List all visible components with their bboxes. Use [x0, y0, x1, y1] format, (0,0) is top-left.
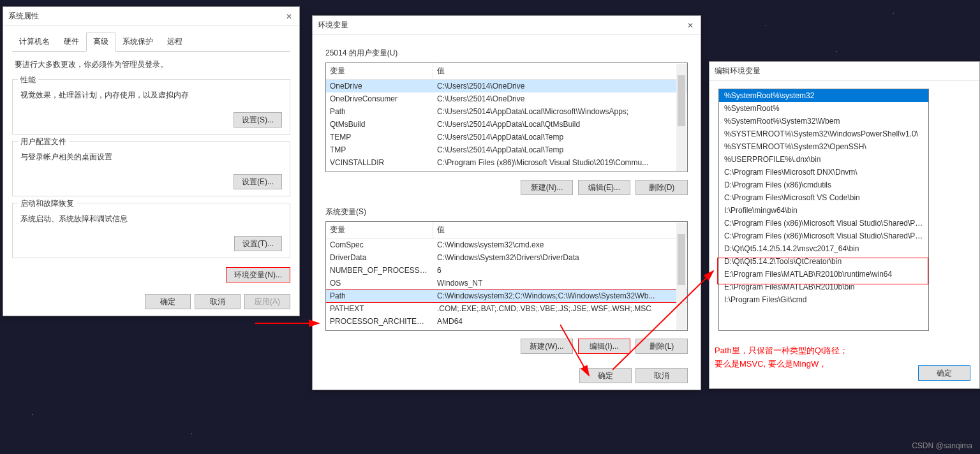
table-row[interactable]: ComSpecC:\Windows\system32\cmd.exe: [326, 238, 687, 251]
tab-computer-name[interactable]: 计算机名: [12, 33, 57, 51]
tab-hardware[interactable]: 硬件: [57, 33, 86, 51]
tab-system-protection[interactable]: 系统保护: [115, 33, 160, 51]
var-value: C:\Users\25014\AppData\Local\Temp: [433, 143, 687, 156]
scrollbar[interactable]: [676, 64, 687, 171]
var-name: OS: [326, 277, 433, 289]
list-item[interactable]: %SystemRoot%: [719, 102, 928, 115]
list-item[interactable]: %SystemRoot%\System32\Wbem: [719, 115, 928, 128]
table-row[interactable]: PATHEXT.COM;.EXE;.BAT;.CMD;.VBS;.VBE;.JS…: [326, 302, 687, 315]
var-name: PROCESSOR_ARCHITECT...: [326, 315, 433, 328]
table-row[interactable]: OSWindows_NT: [326, 277, 687, 289]
table-row[interactable]: TMPC:\Users\25014\AppData\Local\Temp: [326, 143, 687, 156]
var-name: Path: [326, 289, 433, 302]
apply-button[interactable]: 应用(A): [244, 294, 290, 309]
scrollbar[interactable]: [676, 223, 687, 330]
list-item[interactable]: I:\Profile\mingw64\bin: [719, 204, 928, 217]
cancel-button[interactable]: 取消: [195, 294, 241, 309]
table-row[interactable]: OneDriveConsumerC:\Users\25014\OneDrive: [326, 92, 687, 105]
user-profile-group: 用户配置文件 与登录帐户相关的桌面设置 设置(E)...: [12, 141, 290, 196]
var-value: 6: [433, 264, 687, 277]
list-item[interactable]: C:\Program Files (x86)\Microsoft Visual …: [719, 217, 928, 230]
edit-env-var-dialog: 编辑环境变量 %SystemRoot%\system32%SystemRoot%…: [709, 61, 980, 389]
table-row[interactable]: NUMBER_OF_PROCESSORS6: [326, 264, 687, 277]
table-row[interactable]: TEMPC:\Users\25014\AppData\Local\Temp: [326, 131, 687, 143]
col-header-var[interactable]: 变量: [326, 63, 433, 79]
dialog-title: 系统属性: [8, 11, 39, 22]
var-value: C:\Windows\system32\cmd.exe: [433, 238, 687, 251]
path-entries-list[interactable]: %SystemRoot%\system32%SystemRoot%%System…: [718, 89, 929, 331]
var-name: NUMBER_OF_PROCESSORS: [326, 264, 433, 277]
system-properties-dialog: 系统属性 计算机名 硬件 高级 系统保护 远程 要进行大多数更改，你必须作为管理…: [3, 6, 300, 316]
group-desc: 系统启动、系统故障和调试信息: [20, 214, 282, 224]
table-row[interactable]: QtMsBuildC:\Users\25014\AppData\Local\Qt…: [326, 118, 687, 131]
env-vars-button[interactable]: 环境变量(N)...: [226, 267, 290, 282]
list-item[interactable]: D:\Program Files (x86)\cmdutils: [719, 179, 928, 191]
list-item[interactable]: E:\Program Files\MATLAB\R2010b\bin: [719, 281, 928, 293]
table-row[interactable]: VCINSTALLDIRC:\Program Files (x86)\Micro…: [326, 156, 687, 169]
var-value: C:\Windows\System32\Drivers\DriverData: [433, 251, 687, 264]
dialog-title: 环境变量: [318, 20, 348, 31]
list-item[interactable]: %USERPROFILE%\.dnx\bin: [719, 153, 928, 166]
list-item[interactable]: C:\Program Files\Microsoft DNX\Dnvm\: [719, 166, 928, 179]
var-name: TMP: [326, 143, 433, 156]
group-title: 用户配置文件: [18, 136, 69, 147]
titlebar: 编辑环境变量: [709, 62, 979, 81]
group-title: 性能: [18, 75, 38, 85]
sys-vars-label: 系统变量(S): [325, 207, 688, 217]
list-item[interactable]: %SystemRoot%\system32: [719, 89, 928, 102]
var-value: C:\Users\25014\AppData\Local\Temp: [433, 131, 687, 143]
var-name: DriverData: [326, 251, 433, 264]
col-header-val[interactable]: 值: [433, 222, 687, 238]
list-item[interactable]: %SYSTEMROOT%\System32\WindowsPowerShell\…: [719, 128, 928, 140]
list-item[interactable]: I:\Program Files\Git\cmd: [719, 293, 928, 306]
col-header-var[interactable]: 变量: [326, 222, 433, 238]
close-icon[interactable]: [685, 20, 695, 31]
profile-settings-button[interactable]: 设置(E)...: [234, 174, 282, 189]
sys-vars-list[interactable]: 变量 值 ComSpecC:\Windows\system32\cmd.exeD…: [325, 221, 688, 331]
ok-button[interactable]: 确定: [579, 368, 632, 383]
table-row[interactable]: PathC:\Users\25014\AppData\Local\Microso…: [326, 105, 687, 118]
user-vars-list[interactable]: 变量 值 OneDriveC:\Users\25014\OneDriveOneD…: [325, 62, 688, 172]
list-item[interactable]: E:\Program Files\MATLAB\R2010b\runtime\w…: [719, 268, 928, 281]
ok-button[interactable]: 确定: [145, 294, 191, 309]
user-vars-label: 25014 的用户变量(U): [325, 48, 688, 59]
list-item[interactable]: C:\Program Files (x86)\Microsoft Visual …: [719, 230, 928, 242]
var-name: TEMP: [326, 131, 433, 143]
list-item[interactable]: D:\Qt\Qt5.14.2\Tools\QtCreator\bin: [719, 255, 928, 268]
perf-settings-button[interactable]: 设置(S)...: [234, 112, 282, 128]
tab-remote[interactable]: 远程: [160, 33, 189, 51]
var-value: C:\Windows\system32;C:\Windows;C:\Window…: [433, 289, 687, 302]
titlebar: 环境变量: [313, 16, 701, 35]
var-value: C:\Users\25014\AppData\Local\QtMsBuild: [433, 118, 687, 131]
var-value: .COM;.EXE;.BAT;.CMD;.VBS;.VBE;.JS;.JSE;.…: [433, 302, 687, 315]
col-header-val[interactable]: 值: [433, 63, 687, 79]
sys-new-button[interactable]: 新建(W)...: [521, 339, 573, 354]
list-item[interactable]: %SYSTEMROOT%\System32\OpenSSH\: [719, 140, 928, 153]
table-row[interactable]: PROCESSOR_ARCHITECT...AMD64: [326, 315, 687, 328]
dialog-title: 编辑环境变量: [715, 66, 761, 77]
table-row[interactable]: PathC:\Windows\system32;C:\Windows;C:\Wi…: [326, 289, 687, 302]
tab-advanced[interactable]: 高级: [86, 33, 115, 52]
sys-edit-button[interactable]: 编辑(I)...: [578, 339, 630, 354]
startup-settings-button[interactable]: 设置(T)...: [234, 236, 282, 251]
var-name: PATHEXT: [326, 302, 433, 315]
var-name: Path: [326, 105, 433, 118]
ok-button[interactable]: 确定: [918, 365, 970, 381]
list-item[interactable]: D:\Qt\Qt5.14.2\5.14.2\msvc2017_64\bin: [719, 242, 928, 255]
user-delete-button[interactable]: 删除(D): [635, 180, 688, 195]
list-item[interactable]: C:\Program Files\Microsoft VS Code\bin: [719, 191, 928, 204]
var-value: C:\Users\25014\AppData\Local\Microsoft\W…: [433, 105, 687, 118]
user-new-button[interactable]: 新建(N)...: [521, 180, 573, 195]
table-row[interactable]: DriverDataC:\Windows\System32\Drivers\Dr…: [326, 251, 687, 264]
annotation-text: Path里，只保留一种类型的Qt路径； 要么是MSVC, 要么是MingW，: [715, 344, 848, 371]
cancel-button[interactable]: 取消: [635, 368, 688, 383]
var-name: OneDrive: [326, 80, 433, 92]
group-desc: 视觉效果，处理器计划，内存使用，以及虚拟内存: [20, 90, 282, 101]
close-icon[interactable]: [284, 11, 294, 22]
table-row[interactable]: OneDriveC:\Users\25014\OneDrive: [326, 80, 687, 92]
sys-delete-button[interactable]: 删除(L): [635, 339, 688, 354]
user-edit-button[interactable]: 编辑(E)...: [578, 180, 630, 195]
var-value: C:\Users\25014\OneDrive: [433, 80, 687, 92]
watermark: CSDN @sanqima: [912, 441, 972, 450]
var-value: AMD64: [433, 315, 687, 328]
